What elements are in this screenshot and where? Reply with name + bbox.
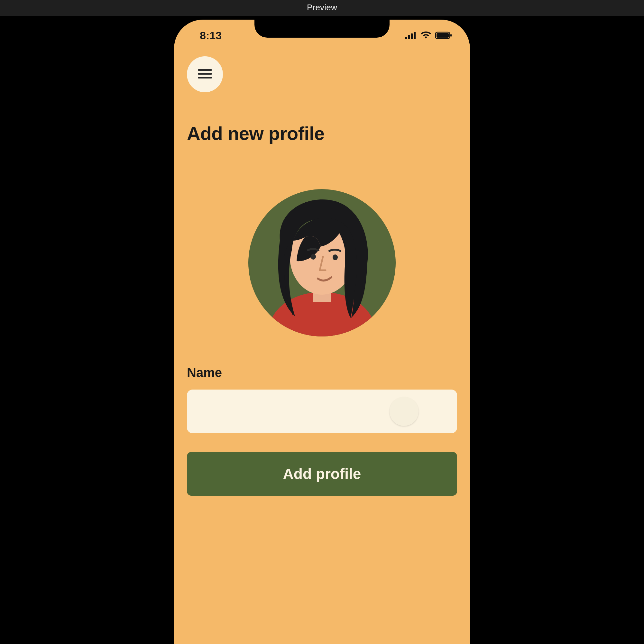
svg-rect-2 — [411, 33, 413, 39]
phone-frame: 8:13 — [174, 20, 470, 644]
svg-rect-5 — [437, 33, 449, 38]
wifi-icon — [420, 32, 431, 39]
svg-rect-8 — [198, 73, 212, 75]
name-input-row — [187, 390, 457, 433]
device-notch — [254, 20, 390, 38]
svg-point-13 — [311, 254, 316, 260]
screen-content: Add new profile — [174, 42, 470, 496]
add-profile-button[interactable]: Add profile — [187, 452, 457, 496]
page-title: Add new profile — [187, 123, 457, 144]
avatar[interactable] — [248, 189, 396, 336]
name-label: Name — [187, 365, 457, 380]
menu-button[interactable] — [187, 56, 223, 92]
svg-point-14 — [333, 254, 338, 260]
preview-label: Preview — [307, 3, 337, 12]
svg-rect-1 — [408, 35, 410, 39]
svg-rect-6 — [450, 34, 452, 37]
hamburger-icon — [198, 69, 212, 80]
svg-rect-0 — [405, 37, 407, 39]
preview-toolbar: Preview — [0, 0, 644, 16]
voice-input-button[interactable] — [390, 397, 419, 426]
svg-rect-7 — [198, 69, 212, 71]
cellular-icon — [405, 32, 417, 39]
status-icons — [405, 32, 452, 39]
battery-icon — [435, 32, 452, 39]
avatar-container — [187, 189, 457, 336]
stage: 8:13 — [0, 16, 644, 644]
avatar-illustration — [248, 189, 396, 336]
add-profile-button-label: Add profile — [283, 465, 361, 482]
svg-rect-3 — [414, 32, 416, 39]
svg-rect-9 — [198, 77, 212, 78]
status-time: 8:13 — [200, 29, 222, 42]
